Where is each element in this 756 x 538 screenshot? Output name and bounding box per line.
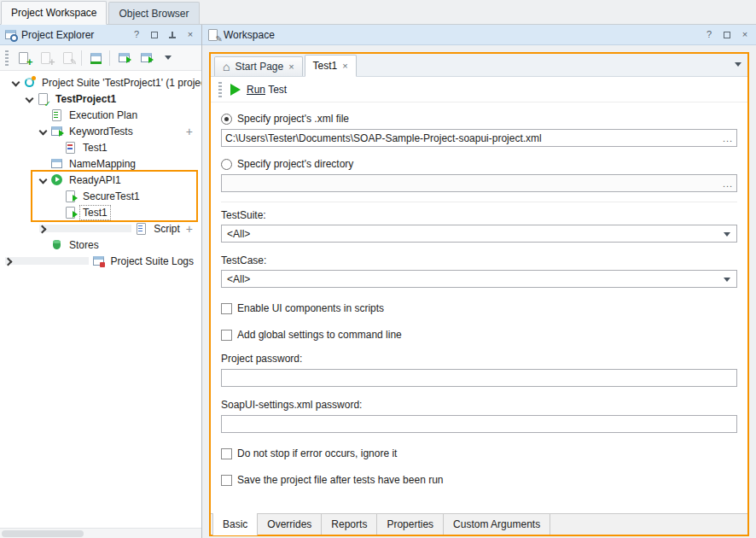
workspace-body: ⌂ Start Page × Test1 ×: [202, 45, 756, 538]
workspace-title: Workspace: [224, 29, 275, 41]
execution-plan-icon: [50, 108, 63, 121]
run-project-suite-button[interactable]: [136, 48, 156, 68]
tree-item-label: NameMapping: [67, 157, 138, 171]
run-project-button[interactable]: [113, 48, 134, 68]
tree-item-readyapi1[interactable]: ReadyAPI1: [0, 172, 201, 188]
tab-properties[interactable]: Properties: [377, 514, 444, 535]
document-tabbar: ⌂ Start Page × Test1 ×: [211, 54, 747, 77]
test1-document: ⌂ Start Page × Test1 ×: [209, 52, 749, 536]
keyword-test-icon: [64, 141, 77, 154]
run-test-button[interactable]: Run Test: [247, 84, 287, 96]
organize-tests-icon: [90, 51, 102, 64]
toolbar-options-button[interactable]: [158, 48, 178, 68]
tree-item-namemapping[interactable]: NameMapping: [0, 155, 201, 172]
pin-button[interactable]: [166, 28, 179, 42]
tree-item-stores[interactable]: Stores: [0, 237, 201, 253]
maximize-button[interactable]: [720, 28, 734, 42]
chevron-down-icon[interactable]: [39, 176, 47, 184]
tree-item-label: KeywordTests: [67, 125, 136, 138]
explorer-toolbar: [0, 45, 201, 71]
xml-file-input[interactable]: [222, 130, 719, 146]
tree-item-project-suite-logs[interactable]: Project Suite Logs: [0, 253, 201, 269]
project-password-input[interactable]: [222, 370, 736, 386]
chevron-down-icon[interactable]: [12, 79, 20, 86]
scrollbar-thumb[interactable]: [2, 530, 84, 537]
add-keyword-test-button[interactable]: +: [186, 126, 196, 137]
tab-project-workspace[interactable]: Project Workspace: [1, 1, 107, 25]
tab-list-dropdown-icon[interactable]: [735, 62, 741, 67]
tree-item-script[interactable]: Script +: [0, 220, 201, 237]
tab-overrides[interactable]: Overrides: [258, 514, 322, 535]
save-project-after-run-checkbox[interactable]: [221, 475, 232, 486]
workspace-icon: [206, 28, 219, 41]
xml-file-radio[interactable]: [221, 114, 232, 125]
project-explorer-icon: [4, 28, 17, 41]
checkbox-row: Add global settings to command line: [221, 329, 737, 341]
project-explorer-header: Project Explorer ? ×: [0, 25, 201, 45]
horizontal-scrollbar[interactable]: [0, 528, 201, 538]
close-tab-icon[interactable]: ×: [288, 62, 294, 72]
tree-item-label: TestProject1: [53, 92, 119, 106]
toolbar-grip-handle[interactable]: [5, 50, 9, 66]
tree-item-execution-plan[interactable]: Execution Plan: [0, 107, 201, 123]
project-password-field: [221, 369, 737, 387]
testsuite-dropdown[interactable]: <All>: [221, 225, 737, 243]
tree-item-keywordtests[interactable]: KeywordTests +: [0, 123, 201, 139]
add-global-settings-checkbox[interactable]: [221, 330, 232, 341]
pin-icon: [167, 30, 177, 40]
radio-label: Specify project's directory: [237, 158, 353, 170]
toolbar-separator: [109, 50, 110, 66]
tab-test1[interactable]: Test1 ×: [305, 55, 357, 77]
checkbox-label: Enable UI components in scripts: [237, 302, 384, 314]
radio-row-directory: Specify project's directory: [221, 158, 737, 170]
add-existing-item-button[interactable]: [35, 48, 55, 68]
tree-item-readyapi-test1[interactable]: Test1: [0, 204, 201, 220]
project-tree: Project Suite 'TestProject1' (1 project)…: [0, 71, 201, 538]
help-button[interactable]: ?: [130, 28, 143, 42]
app-window: Project Workspace Object Browser Project…: [0, 0, 756, 538]
add-script-button[interactable]: +: [186, 223, 196, 235]
add-new-item-button[interactable]: [13, 48, 33, 68]
tab-custom-arguments[interactable]: Custom Arguments: [444, 514, 550, 535]
help-button[interactable]: ?: [702, 28, 716, 42]
home-icon: ⌂: [223, 61, 230, 73]
testcase-dropdown[interactable]: <All>: [221, 270, 737, 288]
project-suite-icon: [23, 76, 36, 89]
checkbox-row: Do not stop if error occurs, ignore it: [221, 447, 737, 459]
tab-reports[interactable]: Reports: [322, 514, 377, 535]
tab-object-browser[interactable]: Object Browser: [108, 2, 199, 24]
checkbox-label: Do not stop if error occurs, ignore it: [237, 447, 397, 459]
tree-item-project-suite[interactable]: Project Suite 'TestProject1' (1 project): [0, 74, 201, 91]
chevron-down-icon[interactable]: [39, 127, 47, 135]
close-panel-button[interactable]: ×: [738, 28, 752, 42]
tab-label: Start Page: [235, 61, 283, 73]
chevron-right-icon[interactable]: [5, 257, 89, 265]
edit-item-button[interactable]: [57, 48, 78, 68]
enable-ui-components-checkbox[interactable]: [221, 303, 232, 314]
workspace-header: Workspace ? ×: [202, 25, 756, 45]
chevron-right-icon[interactable]: [39, 225, 131, 232]
tree-item-testproject1[interactable]: TestProject1: [0, 91, 201, 107]
browse-xml-button[interactable]: ...: [719, 130, 736, 146]
close-panel-button[interactable]: ×: [183, 28, 197, 42]
run-toolbar: Run Test: [211, 77, 747, 102]
toolbar-grip-handle[interactable]: [218, 82, 222, 97]
chevron-down-icon[interactable]: [26, 95, 33, 102]
chevron-down-icon: [165, 56, 172, 60]
tree-item-keywordtests-test1[interactable]: Test1: [0, 139, 201, 155]
testsuite-label: TestSuite:: [221, 209, 737, 221]
tab-basic[interactable]: Basic: [212, 513, 258, 535]
directory-field: ...: [221, 174, 737, 192]
organize-tests-button[interactable]: [85, 48, 106, 68]
tab-start-page[interactable]: ⌂ Start Page ×: [214, 56, 303, 76]
tree-item-securetest1[interactable]: SecureTest1: [0, 188, 201, 204]
no-stop-on-error-checkbox[interactable]: [221, 448, 232, 459]
project-icon: [37, 92, 49, 105]
close-tab-icon[interactable]: ×: [342, 61, 347, 71]
directory-radio[interactable]: [221, 159, 232, 170]
maximize-button[interactable]: [148, 28, 161, 42]
soapui-password-input[interactable]: [222, 416, 736, 432]
project-explorer-title: Project Explorer: [21, 29, 94, 41]
testsuite-value: <All>: [227, 228, 250, 240]
readyapi-icon: [50, 173, 63, 186]
